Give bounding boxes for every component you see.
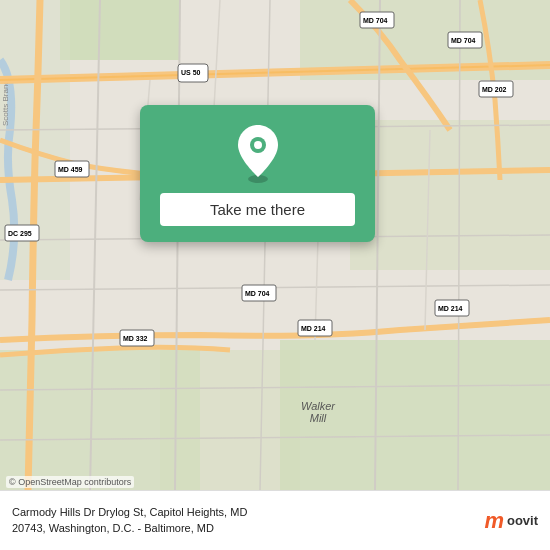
bottom-bar: Carmody Hills Dr Drylog St, Capitol Heig… — [0, 490, 550, 550]
svg-text:MD 459: MD 459 — [58, 166, 83, 173]
svg-text:MD 704: MD 704 — [245, 290, 270, 297]
location-pin-icon — [234, 123, 282, 183]
svg-text:MD 214: MD 214 — [301, 325, 326, 332]
svg-rect-6 — [160, 350, 300, 490]
svg-rect-3 — [350, 120, 550, 270]
moovit-wordmark: oovit — [507, 513, 538, 528]
svg-text:Mill: Mill — [310, 412, 327, 424]
action-card: Take me there — [140, 105, 375, 242]
map-view: Scotts Branch — [0, 0, 550, 490]
svg-point-53 — [254, 141, 262, 149]
svg-text:MD 214: MD 214 — [438, 305, 463, 312]
osm-attribution: © OpenStreetMap contributors — [6, 476, 134, 488]
svg-text:US 50: US 50 — [181, 69, 201, 76]
svg-rect-1 — [60, 0, 180, 60]
svg-text:MD 202: MD 202 — [482, 86, 507, 93]
svg-text:DC 295: DC 295 — [8, 230, 32, 237]
svg-text:MD 332: MD 332 — [123, 335, 148, 342]
svg-text:Walker: Walker — [301, 400, 336, 412]
svg-text:MD 704: MD 704 — [451, 37, 476, 44]
moovit-logo: m oovit — [484, 508, 538, 534]
moovit-m-letter: m — [484, 508, 504, 534]
take-me-there-button[interactable]: Take me there — [160, 193, 355, 226]
address-text: Carmody Hills Dr Drylog St, Capitol Heig… — [12, 505, 484, 536]
svg-text:MD 704: MD 704 — [363, 17, 388, 24]
